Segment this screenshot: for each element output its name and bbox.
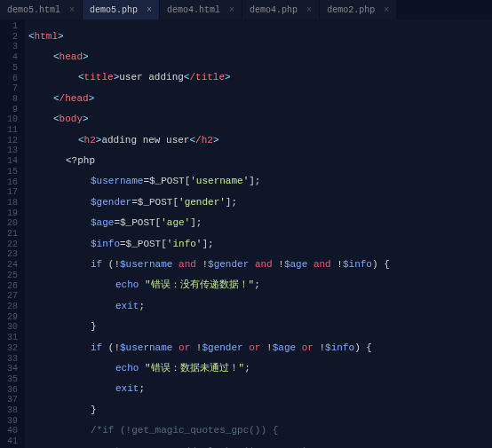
tab-demo4-php[interactable]: demo4.php×	[242, 0, 320, 20]
close-icon[interactable]: ×	[147, 5, 152, 15]
close-icon[interactable]: ×	[306, 5, 312, 15]
code-editor[interactable]: 1234567891011121314151617181920212223242…	[0, 20, 492, 448]
tab-demo5-html[interactable]: demo5.html×	[0, 0, 83, 20]
tab-demo2-php[interactable]: demo2.php×	[320, 0, 397, 20]
close-icon[interactable]: ×	[384, 5, 389, 15]
close-icon[interactable]: ×	[229, 5, 234, 15]
line-gutter: 1234567891011121314151617181920212223242…	[0, 20, 25, 448]
tab-demo5-php[interactable]: demo5.php×	[83, 0, 160, 20]
close-icon[interactable]: ×	[69, 5, 75, 15]
tab-demo4-html[interactable]: demo4.html×	[160, 0, 242, 20]
tab-bar: demo5.html× demo5.php× demo4.html× demo4…	[0, 0, 492, 20]
code-area[interactable]: <html> <head> <title>user adding</title>…	[25, 20, 492, 448]
